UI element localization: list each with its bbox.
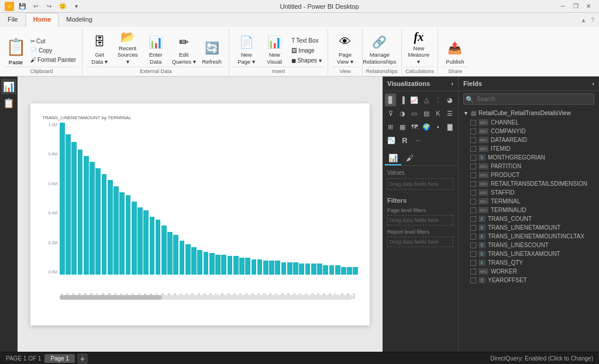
bar-item[interactable] bbox=[132, 202, 137, 275]
bar-item[interactable] bbox=[293, 262, 298, 275]
horizontal-scrollbar[interactable] bbox=[60, 295, 352, 300]
tree-item[interactable]: abcCOMPANYID bbox=[459, 127, 599, 136]
tree-item[interactable]: abcTERMINALID bbox=[459, 206, 599, 214]
report-page[interactable]: TRANS_LINENETAMOUNT by TERMINAL 1.0M 0.8… bbox=[30, 103, 370, 325]
restore-button[interactable]: ❐ bbox=[570, 1, 581, 12]
bar-item[interactable] bbox=[108, 180, 113, 274]
bar-item[interactable] bbox=[60, 123, 65, 275]
bar-item[interactable] bbox=[191, 247, 197, 275]
bar-item[interactable] bbox=[102, 174, 107, 275]
bar-item[interactable] bbox=[317, 264, 322, 274]
fields-search-input[interactable] bbox=[463, 93, 594, 105]
text-box-button[interactable]: T Text Box bbox=[289, 36, 324, 45]
tree-item[interactable]: abcRETAILTRANSDETAILSDIMENSION bbox=[459, 179, 599, 188]
report-view-button[interactable]: 📊 bbox=[1, 79, 16, 94]
bar-item[interactable] bbox=[299, 264, 304, 274]
bar-item[interactable] bbox=[287, 262, 292, 275]
bar-item[interactable] bbox=[185, 244, 191, 275]
bar-item[interactable] bbox=[341, 267, 346, 275]
viz-tab-format[interactable]: 🖌 bbox=[402, 152, 417, 165]
manage-relationships-button[interactable]: 🔗 ManageRelationships bbox=[366, 32, 393, 67]
bar-item[interactable] bbox=[215, 255, 221, 275]
bar-item[interactable] bbox=[275, 261, 280, 274]
bar-item[interactable] bbox=[78, 150, 83, 274]
multirow-icon[interactable]: ▤ bbox=[421, 107, 432, 120]
column-chart-icon[interactable]: ▐ bbox=[397, 93, 408, 106]
combo-icon[interactable]: 📉 bbox=[385, 134, 398, 147]
copy-button[interactable]: 📄 Copy bbox=[28, 46, 78, 55]
fields-expand-icon[interactable]: › bbox=[592, 80, 594, 87]
tree-item[interactable]: abcDATAAREAID bbox=[459, 136, 599, 144]
image-button[interactable]: 🖼 Image bbox=[289, 46, 324, 55]
close-button[interactable]: ✕ bbox=[583, 1, 594, 12]
tree-item[interactable]: ΣTRANS_LINENETAMOUNTINCLTAX bbox=[459, 232, 599, 241]
page-view-button[interactable]: 👁 PageView ▾ bbox=[332, 32, 359, 67]
format-painter-button[interactable]: 🖌 Format Painter bbox=[28, 56, 78, 64]
new-measure-button[interactable]: fx NewMeasure ▾ bbox=[405, 32, 432, 67]
bar-item[interactable] bbox=[156, 220, 161, 275]
bar-item[interactable] bbox=[228, 256, 233, 274]
bar-item[interactable] bbox=[113, 186, 119, 275]
bar-item[interactable] bbox=[353, 267, 358, 275]
tree-item[interactable]: abcTERMINAL bbox=[459, 197, 599, 206]
minimize-button[interactable]: ─ bbox=[557, 1, 569, 12]
bar-item[interactable] bbox=[197, 250, 202, 275]
bar-item[interactable] bbox=[204, 252, 209, 275]
bar-item[interactable] bbox=[329, 265, 335, 275]
redo-icon[interactable]: ↪ bbox=[43, 1, 55, 12]
viz-values-drop[interactable]: Drag data fields here bbox=[387, 178, 453, 190]
bar-item[interactable] bbox=[281, 262, 287, 275]
enter-data-button[interactable]: 📊 EnterData bbox=[142, 32, 169, 67]
waterfall-icon[interactable]: ▇ bbox=[445, 120, 456, 133]
tree-item[interactable]: abcCHANNEL bbox=[459, 118, 599, 127]
kpi-icon[interactable]: K bbox=[432, 107, 443, 120]
bar-item[interactable] bbox=[167, 232, 173, 275]
bar-item[interactable] bbox=[221, 255, 226, 275]
tree-item[interactable]: ΣTRANS_QTY bbox=[459, 258, 599, 267]
bar-item[interactable] bbox=[239, 258, 245, 275]
bar-item[interactable] bbox=[150, 217, 155, 275]
treemap-icon[interactable]: ▪ bbox=[432, 120, 443, 133]
tab-home[interactable]: Home bbox=[26, 13, 59, 27]
filled-map-icon[interactable]: 🌍 bbox=[421, 120, 432, 133]
tree-item[interactable]: abcPRODUCT bbox=[459, 171, 599, 179]
bar-item[interactable] bbox=[311, 264, 316, 274]
bar-item[interactable] bbox=[161, 226, 167, 274]
bar-item[interactable] bbox=[257, 259, 263, 275]
dropdown-icon[interactable]: ▾ bbox=[70, 1, 82, 12]
bar-item[interactable] bbox=[66, 134, 71, 274]
recent-sources-button[interactable]: 📂 RecentSources ▾ bbox=[114, 32, 141, 67]
slicer-icon[interactable]: ☰ bbox=[445, 107, 456, 120]
publish-button[interactable]: 📤 Publish bbox=[442, 32, 469, 67]
ribbon-expand-button[interactable]: ▲ bbox=[579, 16, 589, 25]
bar-item[interactable] bbox=[126, 195, 131, 274]
tree-item[interactable]: abcITEMID bbox=[459, 144, 599, 153]
tree-item[interactable]: ΣTRANS_COUNT bbox=[459, 214, 599, 223]
bar-item[interactable] bbox=[347, 267, 352, 275]
cut-button[interactable]: ✂ Cut bbox=[28, 37, 78, 46]
undo-icon[interactable]: ↩ bbox=[30, 1, 42, 12]
bar-chart-icon[interactable]: ▊ bbox=[385, 93, 396, 106]
more-visuals-icon[interactable]: ··· bbox=[412, 134, 425, 147]
r-visual-icon[interactable]: R bbox=[398, 134, 411, 147]
bar-item[interactable] bbox=[305, 264, 311, 274]
scatter-chart-icon[interactable]: ⁚ bbox=[432, 93, 443, 106]
bar-item[interactable] bbox=[233, 256, 239, 274]
card-icon[interactable]: ▭ bbox=[409, 107, 420, 120]
bar-item[interactable] bbox=[269, 261, 274, 274]
table-icon[interactable]: ⊞ bbox=[385, 120, 396, 133]
new-visual-button[interactable]: 📊 NewVisual bbox=[261, 32, 288, 67]
funnel-icon[interactable]: ⊽ bbox=[385, 107, 396, 120]
tree-item[interactable]: ΣMONTHGREGORIAN bbox=[459, 153, 599, 162]
directquery-status[interactable]: DirectQuery: Enabled (Click to Change) bbox=[490, 355, 593, 362]
smiley-icon[interactable]: 🙂 bbox=[57, 1, 68, 12]
bar-item[interactable] bbox=[84, 156, 89, 275]
tab-modeling[interactable]: Modeling bbox=[58, 13, 100, 27]
tree-item[interactable]: abcWORKER bbox=[459, 267, 599, 276]
tree-group-retail-header[interactable]: ▼ ▤ RetailCube_RetailTransDetailsView bbox=[459, 108, 599, 118]
edit-queries-button[interactable]: ✏ EditQueries ▾ bbox=[170, 32, 197, 67]
bar-item[interactable] bbox=[252, 259, 257, 275]
add-page-button[interactable]: + bbox=[77, 353, 88, 364]
bar-item[interactable] bbox=[209, 253, 215, 274]
map-icon[interactable]: 🗺 bbox=[409, 120, 420, 133]
